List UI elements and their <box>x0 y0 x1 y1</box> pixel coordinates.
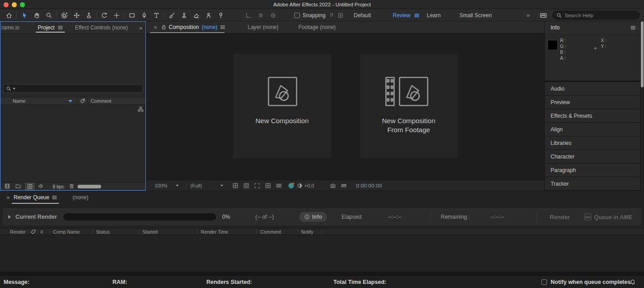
hand-tool-button[interactable] <box>30 10 43 20</box>
column-notify[interactable]: Notify <box>298 229 322 235</box>
disclosure-triangle-icon[interactable] <box>8 215 11 219</box>
roto-brush-tool-button[interactable] <box>202 10 215 20</box>
panel-scrollbar[interactable] <box>641 21 644 191</box>
dolly-camera-tool-button[interactable] <box>83 10 95 20</box>
camera-view-icon[interactable] <box>276 182 282 189</box>
panel-libraries[interactable]: Libraries <box>545 136 640 149</box>
tab-composition[interactable]: Composition (none) <box>169 24 225 30</box>
local-axis-mode-button[interactable] <box>242 10 254 20</box>
magnification-dropdown[interactable]: 100% <box>155 183 167 188</box>
interpret-footage-icon[interactable] <box>4 183 10 189</box>
tab-footage[interactable]: Footage (none) <box>298 24 336 30</box>
timecode-display[interactable]: 0:00:00:00 <box>356 183 382 188</box>
show-snapshot-icon[interactable] <box>341 182 347 189</box>
panel-align[interactable]: Align <box>545 123 640 136</box>
trash-icon[interactable] <box>68 183 75 189</box>
workspace-review[interactable]: Review <box>393 10 410 21</box>
exposure-icon[interactable] <box>297 183 302 188</box>
transparency-grid-icon[interactable] <box>265 182 271 189</box>
review-menu-icon[interactable] <box>414 10 420 21</box>
notify-checkbox[interactable] <box>542 279 547 285</box>
render-button[interactable]: Render <box>550 214 570 221</box>
close-tab-icon[interactable]: × <box>154 24 157 31</box>
exposure-value[interactable]: +0,0 <box>304 183 314 188</box>
lock-icon[interactable] <box>161 24 166 30</box>
eraser-tool-button[interactable] <box>190 10 202 20</box>
tab-layer[interactable]: Layer (none) <box>248 24 278 30</box>
tab-render-queue[interactable]: Render Queue <box>14 194 49 201</box>
tab-project[interactable]: Project <box>38 22 63 34</box>
panel-character[interactable]: Character <box>545 150 640 163</box>
panel-tracker[interactable]: Tracker <box>545 177 640 190</box>
panel-effects-presets[interactable]: Effects & Presets <box>545 109 640 122</box>
column-status[interactable]: Status <box>93 229 139 235</box>
info-panel-header[interactable]: Info <box>545 21 640 34</box>
column-comment[interactable]: Comment <box>257 229 298 235</box>
project-search-box[interactable] <box>3 84 143 93</box>
minimize-window-button[interactable] <box>12 2 17 7</box>
tab-effect-controls[interactable]: Effect Controls (none) <box>75 24 128 31</box>
panel-paragraph[interactable]: Paragraph <box>545 163 640 177</box>
panel-preview[interactable]: Preview <box>545 96 640 109</box>
sort-caret-icon[interactable] <box>68 100 72 102</box>
column-render[interactable]: Render <box>0 229 29 235</box>
fullscreen-window-button[interactable] <box>20 2 25 7</box>
horizontal-scrollbar-thumb[interactable] <box>78 185 101 188</box>
clone-stamp-tool-button[interactable] <box>178 10 190 20</box>
resolution-caret-icon[interactable] <box>220 185 223 187</box>
column-name[interactable]: Name <box>13 98 25 104</box>
queue-in-ame-button[interactable]: Am Queue in AME <box>584 214 632 221</box>
panel-menu-icon[interactable] <box>220 24 225 30</box>
panel-menu-icon[interactable] <box>630 25 636 30</box>
workspace-overflow-chevrons[interactable]: » <box>527 10 530 21</box>
panel-menu-icon[interactable] <box>58 25 63 30</box>
panel-audio[interactable]: Audio <box>545 82 640 95</box>
workspace-learn[interactable]: Learn <box>427 10 441 21</box>
close-window-button[interactable] <box>4 2 9 7</box>
view-axis-mode-button[interactable] <box>267 10 279 20</box>
tab-frameio[interactable]: rame.io <box>1 24 20 31</box>
world-axis-mode-button[interactable] <box>254 10 267 20</box>
search-options-caret-icon[interactable] <box>13 88 15 90</box>
column-label-tag[interactable] <box>29 229 37 235</box>
magnification-caret-icon[interactable] <box>176 185 179 187</box>
help-search-box[interactable] <box>552 11 639 19</box>
project-tabs-overflow[interactable]: » <box>139 24 142 31</box>
mask-visibility-icon[interactable] <box>243 182 249 189</box>
region-of-interest-icon[interactable] <box>254 182 260 189</box>
column-comment[interactable]: Comment <box>91 98 112 104</box>
column-comp-name[interactable]: Comp Name <box>50 229 93 235</box>
snapping-checkbox[interactable] <box>294 13 300 18</box>
workspace-default[interactable]: Default <box>354 10 371 21</box>
brush-tool-button[interactable] <box>166 10 178 20</box>
render-info-button[interactable]: Info <box>299 212 327 222</box>
home-tool-button[interactable] <box>3 10 15 20</box>
column-number[interactable]: # <box>37 229 50 235</box>
new-composition-button[interactable] <box>25 183 34 190</box>
color-depth-label[interactable]: 8 bpc <box>53 184 64 189</box>
fast-previews-icon[interactable] <box>288 183 294 188</box>
apps-grid-icon[interactable] <box>540 10 547 21</box>
tab-none[interactable]: (none) <box>73 194 88 201</box>
snap-magnet-icon[interactable] <box>328 12 335 19</box>
pen-tool-button[interactable] <box>138 10 150 20</box>
selection-tool-button[interactable] <box>18 10 30 20</box>
workspace-small-screen[interactable]: Small Screen <box>459 10 492 21</box>
resolution-dropdown[interactable]: (Full) <box>190 183 202 188</box>
column-render-time[interactable]: Render Time <box>198 229 257 235</box>
rotation-tool-button[interactable] <box>98 10 110 20</box>
panel-menu-icon[interactable] <box>52 195 57 200</box>
audio-proxy-icon[interactable] <box>38 183 44 189</box>
project-search-input[interactable] <box>17 86 140 91</box>
scrollbar-thumb[interactable] <box>641 21 644 87</box>
flowchart-icon[interactable] <box>137 106 144 112</box>
column-started[interactable]: Started <box>139 229 198 235</box>
zoom-tool-button[interactable] <box>43 10 55 20</box>
snap-options-icon[interactable] <box>337 12 344 19</box>
new-composition-from-footage-card[interactable]: New Composition From Footage <box>360 54 458 158</box>
orbit-camera-tool-button[interactable] <box>58 10 70 20</box>
snapshot-camera-icon[interactable] <box>330 182 336 189</box>
new-composition-card[interactable]: New Composition <box>233 54 331 158</box>
type-tool-button[interactable] <box>150 10 162 20</box>
pan-camera-tool-button[interactable] <box>70 10 83 20</box>
